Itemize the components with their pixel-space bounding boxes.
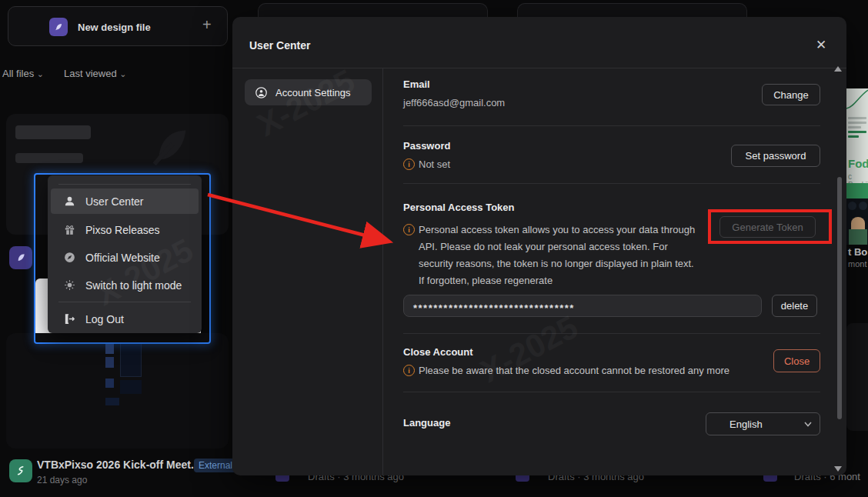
info-icon: i <box>403 158 415 170</box>
close-account-button[interactable]: Close <box>773 349 820 372</box>
new-design-file-label: New design file <box>78 22 151 33</box>
feather-icon <box>15 252 27 264</box>
logout-icon <box>63 312 76 325</box>
menu-item-label: User Center <box>85 195 143 208</box>
token-desc-line: API. Please do not leak your personal ac… <box>419 238 695 255</box>
menu-divider <box>58 184 191 185</box>
language-label: Language <box>403 417 450 429</box>
thumbnail-fragment <box>120 380 142 394</box>
info-icon: i <box>403 224 415 235</box>
menu-item-label: Pixso Releases <box>85 224 160 236</box>
last-viewed-filter[interactable]: Last viewed ⌄ <box>64 68 127 79</box>
menu-item-label: Switch to light mode <box>85 279 182 292</box>
section-divider <box>403 183 820 184</box>
external-badge: External <box>194 459 237 472</box>
gift-icon <box>63 223 76 236</box>
file-time-fragment: mont <box>848 259 866 269</box>
account-circle-icon <box>255 86 268 99</box>
green-curve-icon <box>846 88 868 112</box>
menu-item-log-out[interactable]: Log Out <box>51 306 199 332</box>
thumbnail-fragment <box>120 343 142 377</box>
chevron-down-icon <box>804 422 812 427</box>
email-value: jeff666asd@gmail.com <box>403 97 505 108</box>
token-desc-line: Personal access token allows you to acce… <box>419 222 695 238</box>
plus-icon[interactable]: + <box>202 16 212 34</box>
thumbnail-fragment <box>105 343 114 354</box>
chevron-down-icon: ⌄ <box>119 69 126 78</box>
menu-divider <box>58 302 191 302</box>
change-email-button[interactable]: Change <box>762 84 820 105</box>
dark-thumbnail <box>846 198 868 245</box>
user-icon <box>63 195 76 208</box>
pixso-file-icon <box>49 18 68 36</box>
file-time: 21 days ago <box>37 475 87 485</box>
chevron-down-icon: ⌄ <box>37 69 44 78</box>
thumbnail-fragment <box>105 398 119 405</box>
red-box-annotation <box>708 209 832 244</box>
token-desc-line: If forgotten, please regenerate <box>419 272 695 289</box>
compass-icon <box>63 251 76 264</box>
section-divider <box>403 333 820 334</box>
close-account-label: Close Account <box>403 346 473 358</box>
file-card-top <box>517 3 747 17</box>
feather-icon <box>53 22 64 32</box>
sidebar-divider <box>382 68 383 475</box>
close-icon[interactable]: ✕ <box>816 37 826 53</box>
email-label: Email <box>403 78 430 90</box>
language-value: English <box>729 419 763 430</box>
sun-icon <box>63 279 76 292</box>
token-masked-value: ******************************** <box>413 305 575 312</box>
delete-token-button[interactable]: delete <box>772 295 817 317</box>
info-icon: i <box>403 365 415 376</box>
menu-item-switch-light-mode[interactable]: Switch to light mode <box>51 272 199 298</box>
sidebar-item-label: Account Settings <box>275 87 351 98</box>
token-label: Personal Access Token <box>403 202 515 213</box>
modal-title: User Center <box>249 39 310 52</box>
all-files-filter[interactable]: All files ⌄ <box>2 68 44 79</box>
sidebar-item-account-settings[interactable]: Account Settings <box>245 79 372 105</box>
menu-item-official-website[interactable]: Official Website <box>51 245 199 270</box>
password-status: i Not set <box>403 158 450 170</box>
menu-item-label: Log Out <box>85 313 124 325</box>
section-divider <box>403 392 820 392</box>
skeleton-bar <box>15 125 91 139</box>
new-design-file-card[interactable]: New design file + <box>8 6 228 46</box>
language-select[interactable]: English <box>706 412 820 435</box>
menu-item-label: Official Website <box>85 252 160 264</box>
thumbnail-fragment <box>105 379 114 388</box>
scrollbar-thumb[interactable] <box>837 177 842 419</box>
password-label: Password <box>403 140 450 152</box>
close-account-note: i Please be aware that the closed accoun… <box>403 365 729 376</box>
section-divider <box>403 125 820 126</box>
pixso-file-icon <box>9 246 32 269</box>
thumb-title-fragment: Fode <box>848 157 868 170</box>
file-title-fragment: t Bo <box>848 246 867 258</box>
token-description: i Personal access token allows you to ac… <box>403 222 695 289</box>
figjam-file-icon <box>9 459 32 482</box>
feather-ghost-icon <box>143 117 197 175</box>
file-title[interactable]: VTBxPixso 2026 Kick-off Meet... <box>37 459 200 471</box>
scribble-icon <box>15 465 27 477</box>
account-menu: User Center Pixso Releases Official Webs… <box>48 175 202 333</box>
thumbnail-fragment <box>105 357 114 368</box>
scroll-up-arrow[interactable] <box>834 66 842 72</box>
skeleton-bar <box>15 153 83 163</box>
menu-item-pixso-releases[interactable]: Pixso Releases <box>51 217 199 242</box>
file-card-top <box>258 3 488 17</box>
token-input[interactable]: ******************************** <box>403 295 762 317</box>
red-arrow-annotation <box>199 187 400 253</box>
header-divider <box>232 68 846 68</box>
token-desc-line: security reasons, the token is no longer… <box>419 255 695 272</box>
scroll-down-arrow[interactable] <box>834 466 842 472</box>
green-band <box>846 183 868 198</box>
menu-item-user-center[interactable]: User Center <box>51 188 199 214</box>
file-card[interactable] <box>6 333 229 449</box>
set-password-button[interactable]: Set password <box>731 145 820 167</box>
card-edge <box>846 323 868 431</box>
